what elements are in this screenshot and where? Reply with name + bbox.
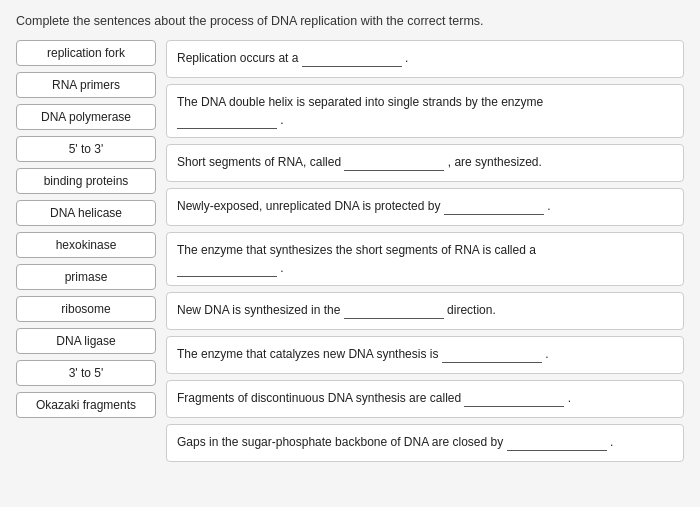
blank-4[interactable] <box>444 201 544 215</box>
blank-3[interactable] <box>344 157 444 171</box>
term-hexokinase[interactable]: hexokinase <box>16 232 156 258</box>
sentences-column: Replication occurs at a . The DNA double… <box>166 40 684 462</box>
term-5-to-3[interactable]: 5' to 3' <box>16 136 156 162</box>
term-rna-primers[interactable]: RNA primers <box>16 72 156 98</box>
sentence-3-end: , are synthesized. <box>448 155 542 169</box>
sentence-2-text: The DNA double helix is separated into s… <box>177 95 543 109</box>
term-replication-fork[interactable]: replication fork <box>16 40 156 66</box>
sentence-8-text: Fragments of discontinuous DNA synthesis… <box>177 391 461 405</box>
instruction-text: Complete the sentences about the process… <box>16 14 684 28</box>
blank-8[interactable] <box>464 393 564 407</box>
sentence-1-end: . <box>405 51 408 65</box>
sentence-9: Gaps in the sugar-phosphate backbone of … <box>166 424 684 462</box>
sentence-7-end: . <box>545 347 548 361</box>
term-ribosome[interactable]: ribosome <box>16 296 156 322</box>
sentence-7: The enzyme that catalyzes new DNA synthe… <box>166 336 684 374</box>
term-okazaki-fragments[interactable]: Okazaki fragments <box>16 392 156 418</box>
sentence-6: New DNA is synthesized in the direction. <box>166 292 684 330</box>
terms-column: replication fork RNA primers DNA polymer… <box>16 40 156 418</box>
term-dna-helicase[interactable]: DNA helicase <box>16 200 156 226</box>
sentence-8-end: . <box>568 391 571 405</box>
sentence-3: Short segments of RNA, called , are synt… <box>166 144 684 182</box>
term-3-to-5[interactable]: 3' to 5' <box>16 360 156 386</box>
sentence-7-text: The enzyme that catalyzes new DNA synthe… <box>177 347 438 361</box>
main-layout: replication fork RNA primers DNA polymer… <box>16 40 684 462</box>
sentence-6-text: New DNA is synthesized in the <box>177 303 340 317</box>
sentence-4-end: . <box>547 199 550 213</box>
sentence-8: Fragments of discontinuous DNA synthesis… <box>166 380 684 418</box>
sentence-1-text: Replication occurs at a <box>177 51 298 65</box>
term-primase[interactable]: primase <box>16 264 156 290</box>
sentence-2-end: . <box>280 113 283 127</box>
term-binding-proteins[interactable]: binding proteins <box>16 168 156 194</box>
sentence-9-end: . <box>610 435 613 449</box>
term-dna-ligase[interactable]: DNA ligase <box>16 328 156 354</box>
sentence-4-text: Newly-exposed, unreplicated DNA is prote… <box>177 199 440 213</box>
sentence-2: The DNA double helix is separated into s… <box>166 84 684 138</box>
sentence-4: Newly-exposed, unreplicated DNA is prote… <box>166 188 684 226</box>
blank-1[interactable] <box>302 53 402 67</box>
sentence-5: The enzyme that synthesizes the short se… <box>166 232 684 286</box>
sentence-5-text: The enzyme that synthesizes the short se… <box>177 243 536 257</box>
blank-2[interactable] <box>177 115 277 129</box>
sentence-9-text: Gaps in the sugar-phosphate backbone of … <box>177 435 503 449</box>
sentence-6-end: direction. <box>447 303 496 317</box>
sentence-3-text: Short segments of RNA, called <box>177 155 341 169</box>
sentence-5-end: . <box>280 261 283 275</box>
blank-5[interactable] <box>177 263 277 277</box>
blank-7[interactable] <box>442 349 542 363</box>
sentence-1: Replication occurs at a . <box>166 40 684 78</box>
term-dna-polymerase[interactable]: DNA polymerase <box>16 104 156 130</box>
blank-6[interactable] <box>344 305 444 319</box>
blank-9[interactable] <box>507 437 607 451</box>
